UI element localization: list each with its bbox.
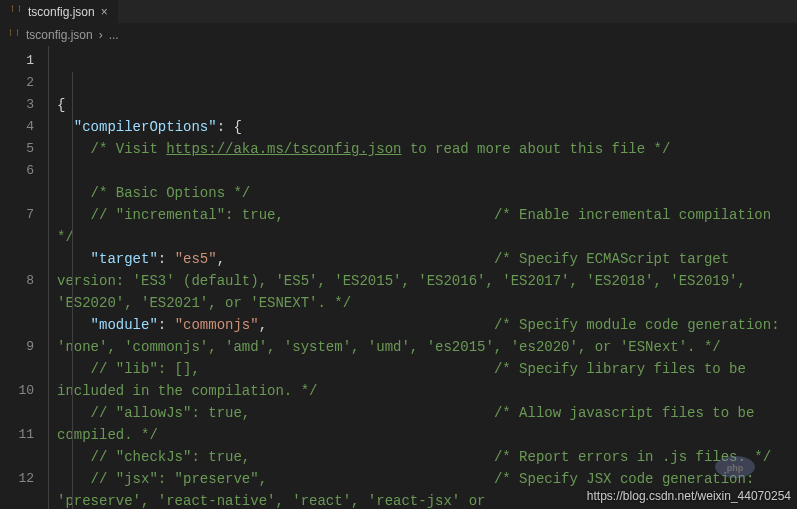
breadcrumb-separator: › bbox=[99, 28, 103, 42]
line-number: 10 bbox=[0, 380, 34, 424]
tab-bar: tsconfig.json × bbox=[0, 0, 797, 24]
line-number: 7 bbox=[0, 204, 34, 270]
code-content[interactable]: { "compilerOptions": { /* Visit https://… bbox=[48, 46, 797, 509]
line-number: 9 bbox=[0, 336, 34, 380]
line-number: 6 bbox=[0, 160, 34, 204]
line-number: 12 bbox=[0, 468, 34, 509]
watermark-text: https://blog.csdn.net/weixin_44070254 bbox=[587, 489, 791, 503]
json-key: "module" bbox=[91, 317, 158, 333]
editor-tab[interactable]: tsconfig.json × bbox=[0, 0, 118, 23]
breadcrumb-rest: ... bbox=[109, 28, 119, 42]
json-key: "compilerOptions" bbox=[74, 119, 217, 135]
json-string: "es5" bbox=[175, 251, 217, 267]
svg-text:php: php bbox=[727, 463, 744, 473]
comment: /* Visit https://aka.ms/tsconfig.json to… bbox=[91, 141, 671, 157]
json-file-icon bbox=[10, 4, 22, 19]
line-number: 1 bbox=[0, 50, 34, 72]
line-number: 8 bbox=[0, 270, 34, 336]
comment: // "lib": [], /* Specify library files t… bbox=[57, 361, 754, 399]
tab-filename: tsconfig.json bbox=[28, 5, 95, 19]
line-number-gutter: 1 2 3 4 5 6 7 8 9 10 11 12 bbox=[0, 46, 48, 509]
line-number: 2 bbox=[0, 72, 34, 94]
line-number: 5 bbox=[0, 138, 34, 160]
php-badge-icon: php bbox=[713, 455, 757, 483]
breadcrumb[interactable]: tsconfig.json › ... bbox=[0, 24, 797, 46]
json-file-icon bbox=[8, 28, 20, 43]
line-number: 3 bbox=[0, 94, 34, 116]
line-number: 11 bbox=[0, 424, 34, 468]
indent-guide bbox=[72, 72, 73, 509]
close-icon[interactable]: × bbox=[101, 5, 108, 19]
line-number: 4 bbox=[0, 116, 34, 138]
json-string: "commonjs" bbox=[175, 317, 259, 333]
comment: // "allowJs": true, /* Allow javascript … bbox=[57, 405, 763, 443]
comment: /* Basic Options */ bbox=[91, 185, 251, 201]
comment: // "incremental": true, /* Enable increm… bbox=[57, 207, 780, 245]
comment: // "checkJs": true, /* Report errors in … bbox=[91, 449, 772, 465]
config-link[interactable]: https://aka.ms/tsconfig.json bbox=[166, 141, 401, 157]
code-editor[interactable]: 1 2 3 4 5 6 7 8 9 10 11 12 { "compilerOp… bbox=[0, 46, 797, 509]
code-token: { bbox=[57, 97, 65, 113]
breadcrumb-file: tsconfig.json bbox=[26, 28, 93, 42]
json-key: "target" bbox=[91, 251, 158, 267]
